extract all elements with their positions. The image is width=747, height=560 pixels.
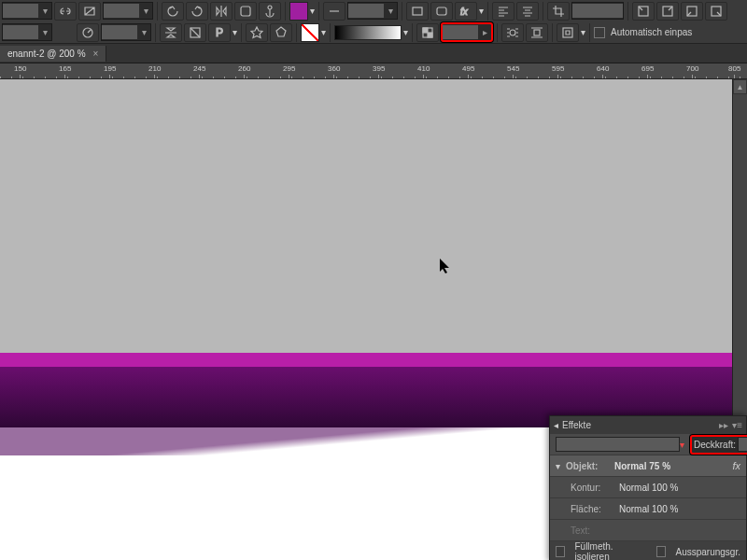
dropdown-icon[interactable]: ▾: [38, 3, 51, 19]
document-tab[interactable]: enannt-2 @ 200 % ×: [0, 46, 106, 62]
knockout-checkbox[interactable]: [656, 546, 666, 557]
type-path-icon[interactable]: P: [208, 23, 231, 42]
dropdown-icon[interactable]: ▾: [581, 27, 585, 37]
rounded-rect-icon[interactable]: [430, 2, 453, 21]
close-tab-icon[interactable]: ×: [93, 49, 99, 59]
rect-icon[interactable]: [406, 2, 429, 21]
panel-titlebar[interactable]: ◂ Effekte ▸▸ ▾≡: [550, 416, 746, 433]
opacity-field-highlighted[interactable]: 75 % ▸: [441, 22, 493, 42]
zoom-input-1[interactable]: 100 %: [3, 4, 38, 18]
panel-expand-icon[interactable]: ▸▸: [719, 420, 728, 430]
angle-input-2[interactable]: 0°: [102, 25, 137, 39]
isolate-blend-checkbox[interactable]: [556, 546, 565, 557]
opacity-input[interactable]: 75 %: [443, 25, 478, 39]
star-icon[interactable]: [246, 23, 268, 42]
fx-icon[interactable]: fx: [455, 2, 477, 21]
autofit-checkbox[interactable]: [594, 27, 605, 38]
zoom-field-1[interactable]: 100 % ▾: [2, 2, 52, 20]
svg-point-15: [510, 30, 515, 35]
dropdown-icon[interactable]: ▾: [680, 440, 684, 450]
angle-field-2[interactable]: 0° ▾: [101, 23, 151, 41]
toolbar-row-1: 100 % ▾ 0° ▾ ▾ 0 Pt ▾ fx ▾: [0, 0, 747, 21]
stroke-row[interactable]: Kontur: Normal 100 %: [550, 476, 746, 497]
autofit-label: Automatisch einpas: [611, 27, 692, 37]
align-left-icon[interactable]: [492, 2, 514, 21]
frame-tr-icon[interactable]: [656, 2, 679, 21]
link-icon[interactable]: [54, 2, 77, 21]
toolbar-row-2: 100 % ▾ 0° ▾ P ▾ ▾ ▾ 75 % ▸: [0, 21, 747, 43]
magenta-band[interactable]: [0, 353, 733, 367]
text-wrap-options-icon[interactable]: [526, 23, 548, 42]
dropdown-icon[interactable]: ▾: [139, 3, 152, 19]
dropdown-icon[interactable]: ▾: [310, 6, 315, 16]
document-tabbar: enannt-2 @ 200 % ×: [0, 44, 747, 63]
object-row[interactable]: ▾ Objekt: Normal 75 % fx: [550, 455, 746, 476]
fill-row[interactable]: Fläche: Normal 100 %: [550, 497, 746, 519]
dropdown-icon[interactable]: ▾: [384, 3, 397, 19]
opacity-label: Deckkraft:: [694, 440, 736, 450]
stroke-swatch[interactable]: [301, 23, 319, 42]
crop-icon[interactable]: [547, 2, 570, 21]
dimension-field[interactable]: 4,233 mm: [571, 2, 624, 20]
text-wrap-icon[interactable]: [501, 23, 524, 42]
dropdown-icon[interactable]: ▾: [233, 27, 237, 37]
dropdown-icon[interactable]: ▾: [403, 27, 408, 37]
angle-input-1[interactable]: 0°: [104, 4, 139, 18]
svg-text:P: P: [216, 26, 223, 39]
panel-title: Effekte: [562, 420, 591, 430]
panel-opacity-input[interactable]: 75 %: [738, 437, 747, 452]
dropdown-icon[interactable]: ▾: [137, 24, 150, 40]
svg-rect-16: [534, 30, 540, 35]
stroke-weight-icon[interactable]: [323, 2, 345, 21]
svg-rect-14: [428, 33, 432, 37]
dimension-input[interactable]: 4,233 mm: [572, 4, 623, 18]
text-row[interactable]: Text:: [550, 519, 746, 540]
stroke-pt-field[interactable]: 0 Pt ▾: [347, 2, 398, 20]
zoom-field-2[interactable]: 100 % ▾: [2, 23, 52, 41]
stroke-label: Kontur:: [571, 483, 613, 493]
anchor-icon[interactable]: [259, 2, 281, 21]
horizontal-ruler: 1501651952102452602953603954104955455956…: [0, 63, 747, 79]
angle-field-1[interactable]: 0° ▾: [103, 2, 153, 20]
rotate-cw-icon[interactable]: [186, 2, 208, 21]
polygon-icon[interactable]: [270, 23, 292, 42]
dropdown-icon[interactable]: ▾: [38, 24, 51, 40]
blend-mode-input[interactable]: Normal: [556, 437, 680, 452]
corner-options-icon[interactable]: [234, 2, 257, 21]
blend-opacity-row: Normal ▾ Deckkraft: 75 % ▸: [550, 433, 746, 455]
align-center-icon[interactable]: [516, 2, 539, 21]
dropdown-icon[interactable]: ▸: [478, 24, 491, 40]
frame-bl-icon[interactable]: [681, 2, 703, 21]
flip-h-icon[interactable]: [210, 2, 233, 21]
stroke-pt-input[interactable]: 0 Pt: [348, 4, 384, 18]
fit-frame-icon[interactable]: [557, 23, 579, 42]
row-toggle-icon[interactable]: ▾: [556, 461, 560, 471]
svg-rect-0: [241, 7, 250, 16]
scroll-up-icon[interactable]: ▲: [733, 79, 747, 94]
frame-br-icon[interactable]: [705, 2, 727, 21]
fill-swatch[interactable]: [289, 2, 308, 21]
panel-opacity-field-highlighted[interactable]: Deckkraft: 75 % ▸: [690, 435, 747, 455]
frame-tl-icon[interactable]: [632, 2, 655, 21]
zoom-input-2[interactable]: 100 %: [3, 25, 38, 39]
object-value: Normal 75 %: [614, 461, 670, 471]
svg-rect-13: [423, 28, 428, 33]
rotate-ccw-icon[interactable]: [162, 2, 184, 21]
document-tab-title: enannt-2 @ 200 %: [7, 49, 86, 59]
fx-indicator-icon[interactable]: fx: [732, 460, 740, 471]
main-toolbar: 100 % ▾ 0° ▾ ▾ 0 Pt ▾ fx ▾: [0, 0, 747, 44]
svg-rect-17: [563, 28, 572, 37]
shear-icon[interactable]: [78, 2, 101, 21]
dropdown-icon[interactable]: ▾: [479, 6, 484, 16]
svg-text:fx: fx: [460, 7, 469, 17]
clear-transform-icon[interactable]: [184, 23, 206, 42]
blend-mode-field[interactable]: Normal ▾: [556, 437, 684, 452]
flip-v-icon[interactable]: [160, 23, 182, 42]
svg-rect-2: [413, 7, 422, 15]
panel-menu-icon[interactable]: ▾≡: [732, 420, 742, 430]
rotate-angle-icon[interactable]: [77, 23, 99, 42]
collapse-icon[interactable]: ◂: [554, 420, 558, 430]
opacity-icon[interactable]: [416, 23, 439, 42]
gradient-preview[interactable]: [334, 25, 402, 40]
dropdown-icon[interactable]: ▾: [321, 27, 326, 37]
